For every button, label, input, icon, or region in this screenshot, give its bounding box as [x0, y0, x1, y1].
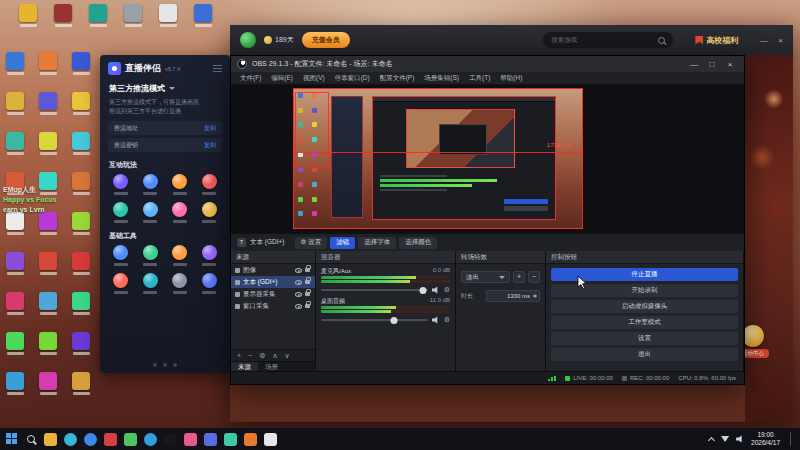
launcher-minimize-button[interactable]: — [760, 36, 768, 45]
desktop-icon[interactable] [3, 132, 27, 172]
menu-item[interactable]: 帮助(H) [495, 74, 527, 83]
companion-tool[interactable] [195, 245, 225, 266]
obs-titlebar[interactable]: OBS 29.1.3 - 配置文件: 未命名 - 场景: 未命名 — □ × [231, 56, 744, 72]
desktop-icon[interactable] [69, 252, 93, 292]
volume-slider[interactable] [321, 319, 428, 321]
stream-field-row[interactable]: 推流密钥复制 [108, 138, 222, 152]
desktop-icon[interactable] [51, 4, 75, 27]
app-explorer[interactable] [44, 433, 57, 446]
transition-select[interactable]: 淡出 [461, 271, 510, 283]
companion-tool[interactable] [106, 273, 136, 294]
desktop-icon[interactable] [69, 172, 93, 212]
desktop-icon[interactable] [69, 212, 93, 252]
channel-options-icon[interactable] [444, 316, 450, 324]
companion-tool[interactable] [106, 245, 136, 266]
companion-tool[interactable] [195, 202, 225, 223]
obs-close-button[interactable]: × [722, 60, 738, 69]
visibility-icon[interactable] [295, 292, 302, 297]
source-properties-button[interactable]: ⚙ [259, 352, 265, 360]
app-qq[interactable] [144, 433, 157, 446]
slider-knob[interactable] [390, 317, 397, 324]
desktop-icon[interactable] [36, 292, 60, 332]
app-teal[interactable] [224, 433, 237, 446]
desktop-icon[interactable] [36, 212, 60, 252]
slider-knob[interactable] [420, 287, 427, 294]
companion-tool[interactable] [165, 245, 195, 266]
app-pink[interactable] [184, 433, 197, 446]
companion-tool[interactable] [136, 174, 166, 195]
desktop-icon[interactable] [3, 212, 27, 252]
companion-tool[interactable] [106, 202, 136, 223]
app-wechat[interactable] [124, 433, 137, 446]
visibility-icon[interactable] [295, 268, 302, 273]
move-source-up-button[interactable]: ∧ [272, 352, 277, 360]
desktop-icon[interactable] [69, 332, 93, 372]
lock-icon[interactable] [305, 304, 310, 308]
companion-tool[interactable] [195, 273, 225, 294]
footer-dot-icon[interactable] [163, 363, 167, 367]
companion-tool[interactable] [136, 202, 166, 223]
remove-source-button[interactable]: − [248, 352, 252, 359]
tray-expand-icon[interactable] [708, 436, 715, 443]
taskbar-search-icon[interactable] [27, 435, 35, 443]
menu-item[interactable]: 停靠窗口(D) [330, 74, 375, 83]
companion-tool[interactable] [195, 174, 225, 195]
speaker-icon[interactable] [432, 316, 440, 324]
show-desktop-button[interactable] [790, 432, 791, 446]
desktop-icon[interactable] [69, 92, 93, 132]
desktop-icon[interactable] [3, 292, 27, 332]
source-settings-button[interactable]: ⚙ 设置 [295, 237, 328, 249]
add-source-button[interactable]: + [237, 352, 241, 359]
desktop-icon[interactable] [121, 4, 145, 27]
exit-button[interactable]: 退出 [551, 348, 738, 361]
desktop-icon[interactable] [36, 132, 60, 172]
desktop-icon[interactable] [69, 52, 93, 92]
start-button[interactable] [6, 433, 18, 445]
desktop-icon[interactable] [156, 4, 180, 27]
copy-link[interactable]: 复制 [204, 141, 216, 150]
taskbar-clock[interactable]: 19:00 2026/4/17 [751, 431, 780, 447]
select-color-button[interactable]: 选择颜色 [399, 237, 437, 249]
source-row[interactable]: 显示器采集 [231, 288, 315, 300]
app-purple[interactable] [204, 433, 217, 446]
remove-transition-button[interactable]: − [528, 271, 540, 283]
filters-button[interactable]: 滤镜 [330, 237, 355, 249]
source-row[interactable]: 窗口采集 [231, 300, 315, 312]
duration-stepper[interactable]: 1300 ms [486, 290, 540, 302]
add-transition-button[interactable]: + [513, 271, 525, 283]
channel-options-icon[interactable] [444, 286, 450, 294]
desktop-icon[interactable] [191, 4, 215, 27]
app-light[interactable] [264, 433, 277, 446]
footer-dot-icon[interactable] [153, 363, 157, 367]
speaker-icon[interactable] [432, 286, 440, 294]
desktop-icon[interactable] [36, 52, 60, 92]
search-icon[interactable] [658, 37, 665, 44]
network-icon[interactable] [721, 436, 729, 442]
volume-slider[interactable] [321, 289, 428, 291]
app-orange[interactable] [244, 433, 257, 446]
app-edge[interactable] [64, 433, 77, 446]
studio-mode-button[interactable]: 工作室模式 [551, 316, 738, 329]
footer-dot-icon[interactable] [173, 363, 177, 367]
start-virtual-camera-button[interactable]: 启动虚拟摄像头 [551, 300, 738, 313]
companion-tool[interactable] [136, 273, 166, 294]
companion-tool[interactable] [136, 245, 166, 266]
source-row[interactable]: 文本 (GDI+) [231, 276, 315, 288]
desktop-icon[interactable] [3, 252, 27, 292]
desktop-icon[interactable] [3, 332, 27, 372]
lock-icon[interactable] [305, 268, 310, 272]
desktop-icon[interactable] [36, 332, 60, 372]
desktop-icon[interactable] [36, 92, 60, 132]
app-red[interactable] [104, 433, 117, 446]
launcher-close-button[interactable]: × [778, 36, 783, 45]
obs-maximize-button[interactable]: □ [704, 60, 720, 69]
companion-tool[interactable] [165, 273, 195, 294]
menu-item[interactable]: 文件(F) [235, 74, 266, 83]
menu-item[interactable]: 配置文件(P) [375, 74, 420, 83]
menu-item[interactable]: 工具(T) [464, 74, 495, 83]
visibility-icon[interactable] [295, 304, 302, 309]
move-source-down-button[interactable]: ∨ [285, 352, 290, 360]
lock-icon[interactable] [305, 292, 310, 296]
companion-tool[interactable] [165, 174, 195, 195]
desktop-icon[interactable] [16, 4, 40, 27]
